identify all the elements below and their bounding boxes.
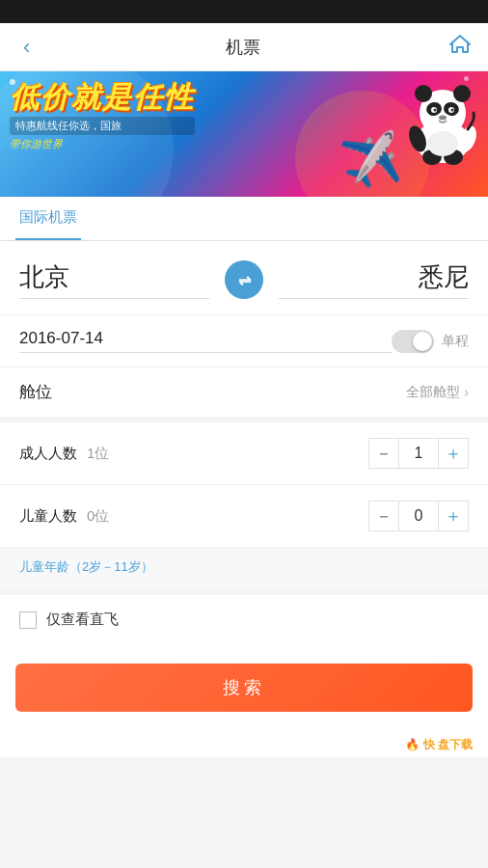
page-title: 机票 — [226, 36, 260, 59]
back-button[interactable]: ‹ — [15, 31, 38, 64]
trip-type-toggle[interactable] — [392, 330, 434, 353]
svg-point-15 — [427, 131, 458, 156]
chevron-right-icon: › — [464, 384, 469, 401]
to-city-wrap[interactable]: 悉尼 — [279, 260, 469, 299]
direct-flight-label: 仅查看直飞 — [46, 610, 119, 629]
search-btn-wrap: 搜索 — [0, 644, 488, 727]
svg-point-7 — [451, 109, 454, 112]
svg-point-9 — [415, 85, 432, 102]
date-field[interactable]: 2016-07-14 — [19, 329, 392, 353]
cabin-row[interactable]: 舱位 全部舱型 › — [0, 367, 488, 417]
child-plus-button[interactable]: ＋ — [438, 501, 469, 531]
banner-sub-text2: 带你游世界 — [10, 137, 195, 151]
home-button[interactable] — [447, 32, 473, 63]
child-counter-control: － 0 ＋ — [368, 501, 469, 531]
banner: 低价就是任性 特惠航线任你选，国旅 带你游世界 ✈️ — [0, 71, 488, 197]
child-counter-row: 儿童人数 0位 － 0 ＋ — [0, 485, 488, 548]
swap-button[interactable]: ⇌ — [225, 260, 263, 299]
trip-type-label: 单程 — [442, 333, 469, 350]
direct-flight-row[interactable]: 仅查看直飞 — [0, 595, 488, 644]
cabin-label: 舱位 — [19, 381, 406, 403]
child-minus-button[interactable]: － — [368, 501, 399, 531]
svg-point-6 — [434, 109, 437, 112]
adult-minus-button[interactable]: － — [368, 438, 399, 469]
search-button[interactable]: 搜索 — [15, 664, 473, 712]
child-label: 儿童人数 — [19, 507, 87, 526]
child-count-sub: 0位 — [87, 507, 368, 526]
date-row: 2016-07-14 单程 — [0, 315, 488, 367]
watermark: 🔥 快 盘下载 — [0, 727, 488, 757]
banner-sub-text1: 特惠航线任你选，国旅 — [10, 117, 195, 135]
adult-count-sub: 1位 — [87, 445, 368, 463]
departure-date[interactable]: 2016-07-14 — [19, 329, 103, 347]
swap-icon: ⇌ — [238, 271, 251, 289]
to-city[interactable]: 悉尼 — [419, 262, 469, 291]
from-city[interactable]: 北京 — [19, 262, 69, 291]
banner-main-text: 低价就是任性 — [10, 81, 195, 113]
cabin-value-area: 全部舱型 › — [406, 384, 469, 401]
cabin-value: 全部舱型 — [406, 384, 460, 401]
svg-point-10 — [453, 85, 471, 102]
nav-bar: ‹ 机票 — [0, 23, 488, 71]
adult-counter-row: 成人人数 1位 － 1 ＋ — [0, 422, 488, 485]
adult-counter-control: － 1 ＋ — [368, 438, 469, 469]
adult-plus-button[interactable]: ＋ — [438, 438, 469, 469]
child-age-note: 儿童年龄（2岁－11岁） — [0, 548, 488, 589]
direct-flight-checkbox[interactable] — [19, 611, 37, 629]
route-row: 北京 ⇌ 悉尼 — [0, 241, 488, 315]
tab-international-flight[interactable]: 国际机票 — [15, 197, 81, 240]
child-count-display: 0 — [399, 501, 438, 531]
adult-label: 成人人数 — [19, 445, 87, 463]
adult-count-display: 1 — [399, 438, 438, 469]
counter-section: 成人人数 1位 － 1 ＋ 儿童人数 0位 － 0 ＋ 儿童年龄（2岁－11岁） — [0, 422, 488, 589]
child-age-text: 儿童年龄（2岁－11岁） — [19, 559, 153, 574]
toggle-knob — [413, 332, 432, 351]
watermark-brand: 🔥 快 盘下载 — [405, 738, 473, 751]
tab-bar: 国际机票 — [0, 197, 488, 241]
form-section: 北京 ⇌ 悉尼 2016-07-14 单程 舱位 全部舱型 › — [0, 241, 488, 417]
svg-point-8 — [439, 116, 447, 121]
banner-text-area: 低价就是任性 特惠航线任你选，国旅 带你游世界 — [10, 81, 195, 151]
trip-type-area: 单程 — [392, 330, 469, 353]
from-city-wrap[interactable]: 北京 — [19, 260, 209, 299]
airplane-icon: ✈️ — [337, 128, 405, 194]
status-bar — [0, 0, 488, 23]
panda-icon — [406, 76, 478, 168]
